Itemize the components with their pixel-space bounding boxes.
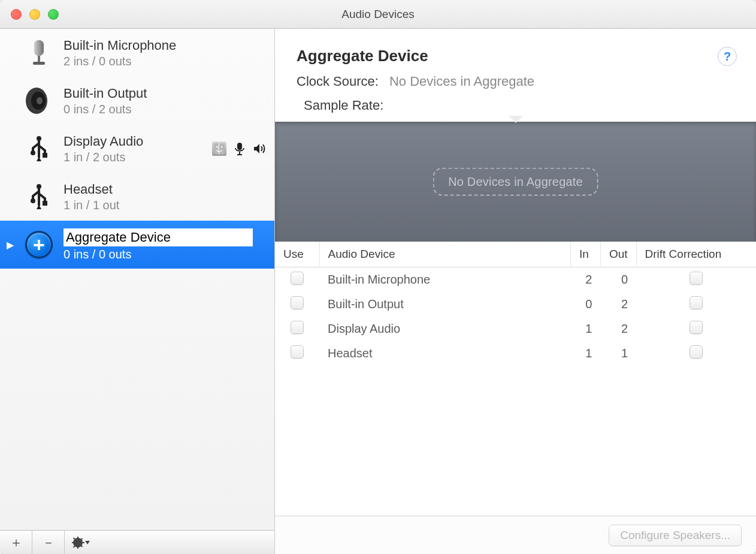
- svg-point-13: [221, 146, 222, 147]
- cell-out: 2: [600, 317, 636, 341]
- drift-checkbox[interactable]: [690, 345, 703, 359]
- audio-devices-window: Audio Devices ▶ Built-in Microphone 2 in…: [0, 0, 756, 554]
- svg-rect-20: [43, 201, 47, 206]
- device-name-input[interactable]: [63, 228, 253, 246]
- col-device[interactable]: Audio Device: [319, 242, 570, 267]
- svg-rect-23: [72, 542, 74, 543]
- table-row[interactable]: Built-in Microphone20: [275, 267, 756, 293]
- svg-rect-18: [38, 186, 40, 206]
- close-icon[interactable]: [11, 9, 22, 20]
- usb-icon: [23, 133, 55, 165]
- speaker-icon: [23, 85, 55, 117]
- table-row[interactable]: Display Audio12: [275, 317, 756, 341]
- cell-device: Built-in Microphone: [319, 267, 570, 293]
- cell-out: 2: [600, 292, 636, 317]
- titlebar[interactable]: Audio Devices: [0, 0, 756, 29]
- svg-rect-21: [77, 537, 78, 538]
- svg-point-12: [216, 146, 217, 147]
- window-title: Audio Devices: [0, 8, 756, 21]
- subdevice-table: Use Audio Device In Out Drift Correction…: [275, 242, 756, 366]
- sidebar-footer: ＋ －: [0, 530, 274, 554]
- cell-out: 0: [600, 267, 636, 293]
- aggregate-channels-area[interactable]: No Devices in Aggregate: [275, 122, 756, 242]
- detail-footer: Configure Speakers...: [275, 516, 756, 554]
- cell-in: 1: [570, 341, 600, 366]
- drift-checkbox[interactable]: [690, 321, 703, 334]
- cell-in: 1: [570, 317, 600, 341]
- cell-out: 1: [600, 341, 636, 366]
- action-menu-button[interactable]: [65, 531, 97, 554]
- use-checkbox[interactable]: [291, 272, 304, 285]
- svg-rect-3: [33, 62, 45, 65]
- svg-point-6: [37, 97, 43, 104]
- col-out[interactable]: Out: [600, 242, 636, 267]
- use-checkbox[interactable]: [291, 345, 304, 359]
- device-name: Headset: [63, 182, 267, 197]
- svg-rect-22: [77, 547, 78, 549]
- use-checkbox[interactable]: [291, 321, 304, 334]
- drift-checkbox[interactable]: [690, 296, 703, 309]
- device-sub: 0 ins / 2 outs: [63, 103, 267, 116]
- cell-in: 0: [570, 292, 600, 317]
- svg-point-19: [31, 198, 35, 203]
- help-button[interactable]: ?: [718, 47, 737, 66]
- table-row[interactable]: Built-in Output02: [275, 292, 756, 317]
- add-button[interactable]: ＋: [0, 531, 32, 554]
- drift-checkbox[interactable]: [690, 272, 703, 285]
- cell-device: Built-in Output: [319, 292, 570, 317]
- device-sub: 1 in / 1 out: [63, 198, 267, 212]
- svg-rect-1: [34, 40, 44, 56]
- device-sub: 0 ins / 0 outs: [63, 248, 267, 261]
- table-row[interactable]: Headset11: [275, 341, 756, 366]
- microphone-icon: [23, 37, 55, 69]
- default-input-icon: [232, 141, 247, 156]
- clock-source-label: Clock Source:: [297, 74, 379, 89]
- zoom-icon[interactable]: [48, 9, 59, 20]
- device-name: Display Audio: [63, 134, 204, 149]
- device-row[interactable]: ▶ Display Audio 1 in / 2 outs: [0, 125, 274, 173]
- default-output-icon: [253, 141, 267, 156]
- device-sub: 2 ins / 0 outs: [63, 55, 267, 68]
- device-row[interactable]: ▶ Built-in Microphone 2 ins / 0 outs: [0, 29, 274, 77]
- svg-rect-8: [38, 138, 40, 158]
- device-row-selected[interactable]: ▶ + 0 ins / 0 outs: [0, 221, 274, 269]
- device-row[interactable]: ▶ Built-in Output 0 ins / 2 outs: [0, 77, 274, 125]
- remove-button[interactable]: －: [32, 531, 65, 554]
- svg-rect-16: [237, 154, 242, 155]
- svg-point-9: [31, 150, 35, 155]
- device-row[interactable]: ▶ Headset 1 in / 1 out: [0, 173, 274, 221]
- device-name: Built-in Output: [63, 86, 267, 101]
- col-drift[interactable]: Drift Correction: [636, 242, 756, 267]
- expand-icon[interactable]: ▶: [6, 239, 14, 251]
- sample-rate-label: Sample Rate:: [304, 98, 383, 113]
- col-in[interactable]: In: [570, 242, 600, 267]
- detail-pane: Aggregate Device ? Clock Source: No Devi…: [275, 29, 756, 554]
- use-checkbox[interactable]: [291, 296, 304, 309]
- detail-title: Aggregate Device: [297, 47, 734, 65]
- device-name: Built-in Microphone: [63, 38, 267, 53]
- cell-in: 2: [570, 267, 600, 293]
- col-use[interactable]: Use: [275, 242, 319, 267]
- configure-speakers-button[interactable]: Configure Speakers...: [609, 525, 742, 546]
- cell-device: Headset: [319, 341, 570, 366]
- svg-rect-14: [237, 143, 242, 150]
- device-list[interactable]: ▶ Built-in Microphone 2 ins / 0 outs ▶: [0, 29, 274, 530]
- traffic-lights: [11, 9, 59, 20]
- clock-source-value: No Devices in Aggregate: [389, 74, 534, 89]
- svg-rect-2: [38, 56, 40, 62]
- svg-rect-24: [82, 542, 84, 543]
- cell-device: Display Audio: [319, 317, 570, 341]
- device-sub: 1 in / 2 outs: [63, 150, 204, 164]
- finder-icon: [212, 141, 226, 156]
- device-indicators: [212, 141, 267, 156]
- minimize-icon[interactable]: [29, 9, 40, 20]
- svg-rect-10: [43, 153, 47, 158]
- subdevice-table-wrap[interactable]: Use Audio Device In Out Drift Correction…: [275, 242, 756, 516]
- svg-rect-15: [239, 152, 240, 154]
- aggregate-placeholder: No Devices in Aggregate: [433, 168, 598, 196]
- usb-icon: [23, 180, 55, 213]
- aggregate-icon: +: [23, 228, 55, 261]
- sidebar: ▶ Built-in Microphone 2 ins / 0 outs ▶: [0, 29, 275, 554]
